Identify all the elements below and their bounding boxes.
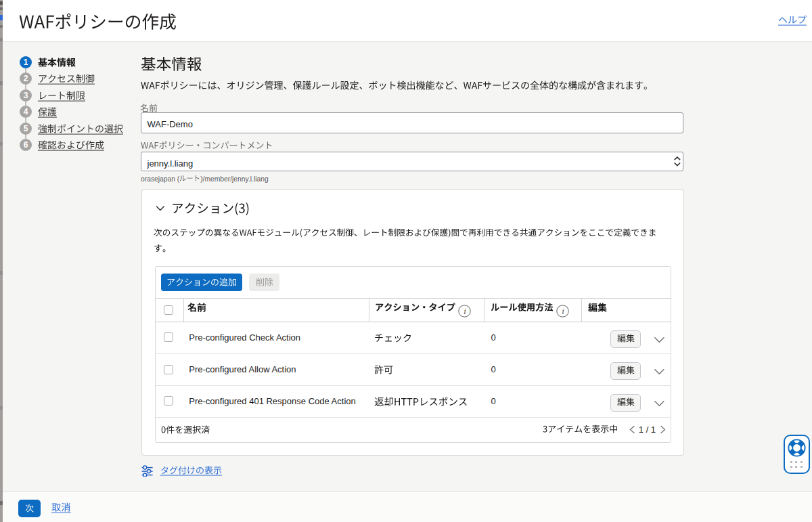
svg-text:i: i <box>464 307 466 316</box>
svg-text:i: i <box>562 307 564 316</box>
